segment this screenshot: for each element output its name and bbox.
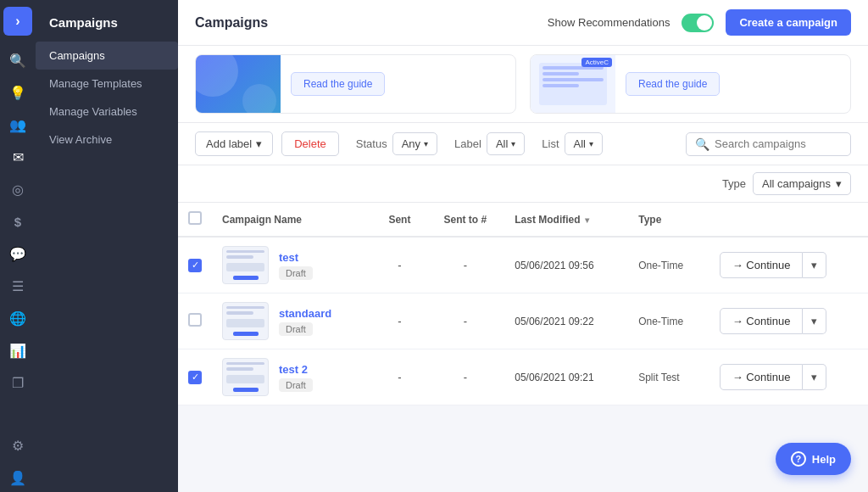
campaign-info-3: test 2 Draft xyxy=(279,363,313,392)
sent-cell-3: - xyxy=(373,349,426,405)
status-filter: Status Any ▾ xyxy=(356,132,437,155)
continue-dropdown-2[interactable]: ▾ xyxy=(803,308,826,334)
globe-icon[interactable]: 🌐 xyxy=(3,304,32,333)
modified-cell-1: 05/06/2021 09:56 xyxy=(504,237,628,294)
label-filter: Label All ▾ xyxy=(454,132,525,155)
list-select[interactable]: All ▾ xyxy=(565,132,603,155)
type-cell-2: One-Time xyxy=(628,294,709,349)
search-input[interactable] xyxy=(715,137,842,150)
dollar-icon[interactable]: $ xyxy=(3,207,32,236)
list-label: List xyxy=(542,137,559,150)
campaigns-table: Campaign Name Sent Sent to # Last Modifi… xyxy=(178,203,868,405)
read-guide-button-2[interactable]: Read the guide xyxy=(626,72,720,96)
sent-to-header: Sent to # xyxy=(426,203,504,237)
campaign-link-1[interactable]: test xyxy=(279,251,298,264)
table-row: ✓ test Draft - - 05/06/2021 09:56 One-Ti… xyxy=(178,237,868,294)
read-guide-button-1[interactable]: Read the guide xyxy=(291,72,385,96)
campaign-link-3[interactable]: test 2 xyxy=(279,363,308,376)
row-checkbox-1[interactable]: ✓ xyxy=(188,259,202,272)
search-icon: 🔍 xyxy=(695,137,709,151)
chat-icon[interactable]: 💬 xyxy=(3,239,32,268)
search-box: 🔍 xyxy=(686,132,851,156)
list-icon[interactable]: ☰ xyxy=(3,271,32,300)
chart-icon[interactable]: 📊 xyxy=(3,336,32,365)
label-select[interactable]: All ▾ xyxy=(487,132,525,155)
help-icon: ? xyxy=(791,451,806,467)
row-checkbox-cell: ✓ xyxy=(178,349,212,405)
show-recommendations-toggle[interactable] xyxy=(682,14,714,32)
continue-btn-group-3: → Continue ▾ xyxy=(720,364,858,390)
sent-to-cell-2: - xyxy=(426,294,504,349)
list-chevron: ▾ xyxy=(589,139,593,148)
table-row: ✓ test 2 Draft - - 05/06/2021 09:21 Spli… xyxy=(178,349,868,405)
select-all-checkbox[interactable] xyxy=(188,211,202,225)
campaign-thumbnail-3 xyxy=(222,358,269,396)
table-row: standaard Draft - - 05/06/2021 09:22 One… xyxy=(178,294,868,349)
help-label: Help xyxy=(812,453,836,466)
campaign-name-cell-2: standaard Draft xyxy=(212,294,373,349)
search-icon[interactable]: 🔍 xyxy=(3,46,32,75)
page-title: Campaigns xyxy=(195,15,268,31)
status-value: Any xyxy=(402,137,420,150)
row-checkbox-3[interactable]: ✓ xyxy=(188,371,202,384)
active-badge: ActiveC xyxy=(581,58,612,67)
sidebar-item-campaigns[interactable]: Campaigns xyxy=(36,42,178,70)
sent-header: Sent xyxy=(373,203,426,237)
delete-button[interactable]: Delete xyxy=(281,131,339,156)
help-button[interactable]: ? Help xyxy=(776,443,851,475)
add-label-text: Add label xyxy=(206,137,252,150)
campaign-info-1: test Draft xyxy=(279,251,313,280)
label-value: All xyxy=(496,137,508,150)
sort-arrow: ▾ xyxy=(585,215,589,225)
continue-dropdown-3[interactable]: ▾ xyxy=(803,364,826,390)
topbar: Campaigns Show Recommendations Create a … xyxy=(178,0,868,46)
continue-btn-group-2: → Continue ▾ xyxy=(720,308,858,334)
guide-card-1-image xyxy=(196,54,281,114)
sent-to-cell-3: - xyxy=(426,349,504,405)
settings-icon[interactable]: ⚙ xyxy=(3,431,32,460)
guide-card-2: ActiveC Read the guide xyxy=(530,54,851,114)
campaign-link-2[interactable]: standaard xyxy=(279,307,331,320)
automation-icon[interactable]: ◎ xyxy=(3,175,32,204)
lightbulb-icon[interactable]: 💡 xyxy=(3,78,32,107)
main-content: Campaigns Show Recommendations Create a … xyxy=(178,0,868,492)
row-checkbox-cell xyxy=(178,294,212,349)
guide-card-2-image: ActiveC xyxy=(531,54,615,114)
modified-cell-2: 05/06/2021 09:22 xyxy=(504,294,628,349)
actions-cell-3: → Continue ▾ xyxy=(709,349,868,405)
sidebar-item-manage-templates[interactable]: Manage Templates xyxy=(36,70,178,98)
copy-icon[interactable]: ❐ xyxy=(3,368,32,397)
add-label-button[interactable]: Add label ▾ xyxy=(195,131,273,156)
last-modified-header[interactable]: Last Modified ▾ xyxy=(504,203,628,237)
contacts-icon[interactable]: 👥 xyxy=(3,110,32,139)
campaign-name-cell-3: test 2 Draft xyxy=(212,349,373,405)
continue-button-2[interactable]: → Continue xyxy=(720,308,804,334)
status-chevron: ▾ xyxy=(424,139,428,148)
icon-rail: › 🔍 💡 👥 ✉ ◎ $ 💬 ☰ 🌐 📊 ❐ ⚙ 👤 xyxy=(0,0,36,492)
sent-cell-2: - xyxy=(373,294,426,349)
type-chevron: ▾ xyxy=(836,177,842,190)
user-icon[interactable]: 👤 xyxy=(3,463,32,492)
sent-cell-1: - xyxy=(373,237,426,294)
sidebar-item-view-archive[interactable]: View Archive xyxy=(36,126,178,154)
logo-icon[interactable]: › xyxy=(3,7,32,36)
show-recommendations-label: Show Recommendations xyxy=(548,16,670,29)
type-select[interactable]: All campaigns ▾ xyxy=(753,172,851,195)
type-header: Type xyxy=(628,203,709,237)
continue-dropdown-1[interactable]: ▾ xyxy=(803,252,826,278)
row-checkbox-2[interactable] xyxy=(188,313,202,327)
list-filter: List All ▾ xyxy=(542,132,603,155)
email-icon[interactable]: ✉ xyxy=(3,143,32,171)
continue-button-3[interactable]: → Continue xyxy=(720,364,804,390)
sidebar-item-manage-variables[interactable]: Manage Variables xyxy=(36,98,178,126)
type-label: Type xyxy=(722,177,746,190)
create-campaign-button[interactable]: Create a campaign xyxy=(726,9,851,36)
status-select[interactable]: Any ▾ xyxy=(392,132,437,155)
continue-button-1[interactable]: → Continue xyxy=(720,252,804,278)
draft-badge-2: Draft xyxy=(279,322,313,336)
content-area: Read the guide ActiveC Read the guide xyxy=(178,46,868,492)
actions-header xyxy=(709,203,868,237)
draft-badge-3: Draft xyxy=(279,378,313,392)
label-chevron: ▾ xyxy=(511,139,515,148)
row-checkbox-cell: ✓ xyxy=(178,237,212,294)
